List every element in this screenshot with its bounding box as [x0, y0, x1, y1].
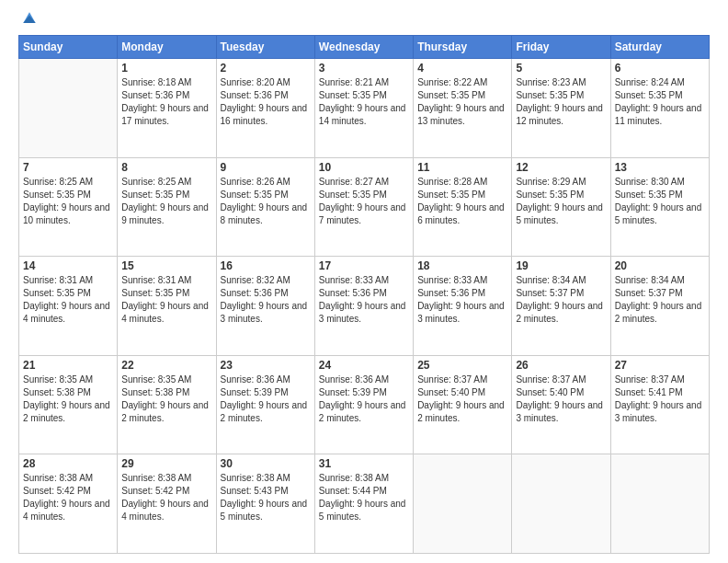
cell-info: Sunrise: 8:32 AMSunset: 5:36 PMDaylight:… [221, 274, 311, 326]
calendar-cell [610, 454, 709, 554]
day-number: 31 [319, 457, 409, 470]
cell-info: Sunrise: 8:37 AMSunset: 5:40 PMDaylight:… [516, 373, 606, 425]
calendar-cell [512, 454, 610, 554]
calendar-cell: 18Sunrise: 8:33 AMSunset: 5:36 PMDayligh… [414, 257, 512, 356]
calendar-cell: 14Sunrise: 8:31 AMSunset: 5:35 PMDayligh… [19, 257, 118, 356]
calendar-cell: 20Sunrise: 8:34 AMSunset: 5:37 PMDayligh… [610, 257, 709, 356]
day-number: 25 [417, 359, 507, 372]
cell-info: Sunrise: 8:33 AMSunset: 5:36 PMDaylight:… [319, 274, 409, 326]
cell-info: Sunrise: 8:38 AMSunset: 5:43 PMDaylight:… [221, 472, 311, 523]
calendar-cell: 6Sunrise: 8:24 AMSunset: 5:35 PMDaylight… [610, 59, 709, 158]
calendar-cell [19, 59, 118, 158]
day-number: 12 [516, 161, 606, 174]
calendar-cell: 17Sunrise: 8:33 AMSunset: 5:36 PMDayligh… [314, 257, 413, 356]
day-number: 28 [23, 457, 113, 470]
calendar-cell: 15Sunrise: 8:31 AMSunset: 5:35 PMDayligh… [118, 257, 216, 356]
day-number: 10 [319, 161, 409, 174]
calendar-cell: 16Sunrise: 8:32 AMSunset: 5:36 PMDayligh… [216, 257, 314, 356]
day-number: 3 [319, 62, 409, 75]
cell-info: Sunrise: 8:31 AMSunset: 5:35 PMDaylight:… [121, 274, 211, 326]
cell-info: Sunrise: 8:27 AMSunset: 5:35 PMDaylight:… [319, 176, 409, 227]
cell-info: Sunrise: 8:24 AMSunset: 5:35 PMDaylight:… [615, 76, 705, 128]
cell-info: Sunrise: 8:29 AMSunset: 5:35 PMDaylight:… [516, 176, 606, 227]
calendar-cell: 2Sunrise: 8:20 AMSunset: 5:36 PMDaylight… [216, 59, 314, 158]
cell-info: Sunrise: 8:35 AMSunset: 5:38 PMDaylight:… [121, 373, 211, 425]
cell-info: Sunrise: 8:34 AMSunset: 5:37 PMDaylight:… [615, 274, 705, 326]
calendar-cell: 8Sunrise: 8:25 AMSunset: 5:35 PMDaylight… [118, 157, 216, 257]
cell-info: Sunrise: 8:28 AMSunset: 5:35 PMDaylight:… [417, 176, 507, 227]
day-number: 21 [23, 359, 113, 372]
weekday-header: Tuesday [216, 36, 314, 59]
day-number: 29 [121, 457, 211, 470]
day-number: 26 [516, 359, 606, 372]
day-number: 1 [121, 62, 211, 75]
cell-info: Sunrise: 8:38 AMSunset: 5:44 PMDaylight:… [319, 472, 409, 523]
day-number: 9 [221, 161, 311, 174]
logo-icon [20, 9, 39, 28]
calendar-cell: 4Sunrise: 8:22 AMSunset: 5:35 PMDaylight… [414, 59, 512, 158]
calendar-cell: 11Sunrise: 8:28 AMSunset: 5:35 PMDayligh… [414, 157, 512, 257]
cell-info: Sunrise: 8:37 AMSunset: 5:41 PMDaylight:… [615, 373, 705, 425]
cell-info: Sunrise: 8:30 AMSunset: 5:35 PMDaylight:… [615, 176, 705, 227]
weekday-header: Monday [118, 36, 216, 59]
cell-info: Sunrise: 8:25 AMSunset: 5:35 PMDaylight:… [121, 176, 211, 227]
calendar-table: SundayMondayTuesdayWednesdayThursdayFrid… [18, 35, 710, 554]
logo [18, 17, 39, 28]
calendar-cell: 27Sunrise: 8:37 AMSunset: 5:41 PMDayligh… [610, 355, 709, 454]
day-number: 4 [417, 62, 507, 75]
weekday-header: Sunday [19, 36, 118, 59]
day-number: 20 [615, 259, 705, 272]
calendar-cell: 24Sunrise: 8:36 AMSunset: 5:39 PMDayligh… [314, 355, 413, 454]
calendar-cell: 9Sunrise: 8:26 AMSunset: 5:35 PMDaylight… [216, 157, 314, 257]
weekday-header: Thursday [414, 36, 512, 59]
header [18, 17, 710, 28]
day-number: 18 [417, 259, 507, 272]
page: SundayMondayTuesdayWednesdayThursdayFrid… [0, 0, 728, 563]
cell-info: Sunrise: 8:26 AMSunset: 5:35 PMDaylight:… [221, 176, 311, 227]
cell-info: Sunrise: 8:25 AMSunset: 5:35 PMDaylight:… [23, 176, 113, 227]
calendar-cell [414, 454, 512, 554]
cell-info: Sunrise: 8:23 AMSunset: 5:35 PMDaylight:… [516, 76, 606, 128]
calendar-cell: 19Sunrise: 8:34 AMSunset: 5:37 PMDayligh… [512, 257, 610, 356]
cell-info: Sunrise: 8:21 AMSunset: 5:35 PMDaylight:… [319, 76, 409, 128]
cell-info: Sunrise: 8:18 AMSunset: 5:36 PMDaylight:… [121, 76, 211, 128]
day-number: 24 [319, 359, 409, 372]
svg-marker-1 [23, 16, 35, 23]
day-number: 19 [516, 259, 606, 272]
cell-info: Sunrise: 8:22 AMSunset: 5:35 PMDaylight:… [417, 76, 507, 128]
calendar-cell: 22Sunrise: 8:35 AMSunset: 5:38 PMDayligh… [118, 355, 216, 454]
day-number: 16 [221, 259, 311, 272]
calendar-week-row: 28Sunrise: 8:38 AMSunset: 5:42 PMDayligh… [19, 454, 710, 554]
weekday-header: Friday [512, 36, 610, 59]
weekday-header: Saturday [610, 36, 709, 59]
calendar-cell: 21Sunrise: 8:35 AMSunset: 5:38 PMDayligh… [19, 355, 118, 454]
cell-info: Sunrise: 8:20 AMSunset: 5:36 PMDaylight:… [221, 76, 311, 128]
cell-info: Sunrise: 8:36 AMSunset: 5:39 PMDaylight:… [221, 373, 311, 425]
calendar-cell: 30Sunrise: 8:38 AMSunset: 5:43 PMDayligh… [216, 454, 314, 554]
calendar-cell: 10Sunrise: 8:27 AMSunset: 5:35 PMDayligh… [314, 157, 413, 257]
cell-info: Sunrise: 8:34 AMSunset: 5:37 PMDaylight:… [516, 274, 606, 326]
calendar-week-row: 1Sunrise: 8:18 AMSunset: 5:36 PMDaylight… [19, 59, 710, 158]
calendar-cell: 1Sunrise: 8:18 AMSunset: 5:36 PMDaylight… [118, 59, 216, 158]
day-number: 7 [23, 161, 113, 174]
cell-info: Sunrise: 8:31 AMSunset: 5:35 PMDaylight:… [23, 274, 113, 326]
day-number: 11 [417, 161, 507, 174]
day-number: 30 [221, 457, 311, 470]
day-number: 22 [121, 359, 211, 372]
day-number: 2 [221, 62, 311, 75]
calendar-cell: 23Sunrise: 8:36 AMSunset: 5:39 PMDayligh… [216, 355, 314, 454]
calendar-cell: 3Sunrise: 8:21 AMSunset: 5:35 PMDaylight… [314, 59, 413, 158]
day-number: 5 [516, 62, 606, 75]
calendar-week-row: 7Sunrise: 8:25 AMSunset: 5:35 PMDaylight… [19, 157, 710, 257]
day-number: 15 [121, 259, 211, 272]
day-number: 8 [121, 161, 211, 174]
weekday-header-row: SundayMondayTuesdayWednesdayThursdayFrid… [19, 36, 710, 59]
calendar-cell: 7Sunrise: 8:25 AMSunset: 5:35 PMDaylight… [19, 157, 118, 257]
day-number: 23 [221, 359, 311, 372]
day-number: 27 [615, 359, 705, 372]
day-number: 14 [23, 259, 113, 272]
day-number: 13 [615, 161, 705, 174]
cell-info: Sunrise: 8:38 AMSunset: 5:42 PMDaylight:… [121, 472, 211, 523]
cell-info: Sunrise: 8:37 AMSunset: 5:40 PMDaylight:… [417, 373, 507, 425]
calendar-cell: 31Sunrise: 8:38 AMSunset: 5:44 PMDayligh… [314, 454, 413, 554]
